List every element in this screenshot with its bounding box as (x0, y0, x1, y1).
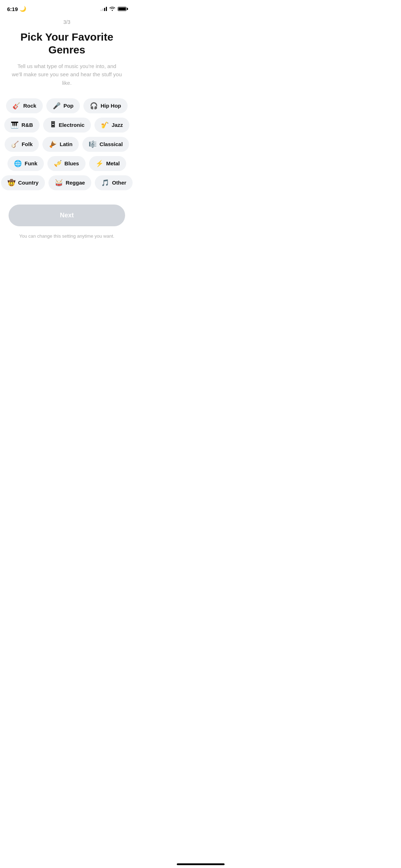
genre-pill-blues[interactable]: 🎺Blues (47, 156, 86, 171)
rock-icon: 🎸 (12, 102, 20, 110)
other-label: Other (112, 180, 126, 186)
moon-icon: 🌙 (20, 6, 26, 12)
genre-pill-hiphop[interactable]: 🎧Hip Hop (83, 98, 128, 113)
latin-label: Latin (60, 141, 72, 147)
page-subtitle: Tell us what type of music you're into, … (12, 62, 122, 87)
pop-icon: 🎤 (53, 102, 61, 110)
electronic-icon: 🎛 (50, 121, 56, 129)
step-indicator: 3/3 (63, 19, 70, 25)
folk-label: Folk (22, 141, 33, 147)
folk-icon: 🪕 (11, 140, 19, 148)
genre-row: 🪕Folk🪘Latin🎼Classical (9, 137, 125, 152)
status-icons (101, 6, 127, 12)
genre-pill-country[interactable]: 🤠Country (1, 175, 45, 190)
other-icon: 🎵 (101, 179, 109, 187)
rock-label: Rock (23, 103, 36, 109)
classical-icon: 🎼 (89, 140, 97, 148)
electronic-label: Electronic (59, 122, 85, 128)
genre-pill-other[interactable]: 🎵Other (95, 175, 133, 190)
hiphop-label: Hip Hop (101, 103, 121, 109)
funk-icon: 🌐 (14, 160, 22, 167)
page-title: Pick Your Favorite Genres (9, 31, 125, 56)
genre-row: 🤠Country🥁Reggae🎵Other (9, 175, 125, 190)
funk-label: Funk (25, 160, 37, 166)
next-button[interactable]: Next (9, 205, 125, 226)
genre-pill-reggae[interactable]: 🥁Reggae (48, 175, 91, 190)
classical-label: Classical (99, 141, 123, 147)
genre-pill-rock[interactable]: 🎸Rock (6, 98, 43, 113)
signal-bars (101, 7, 107, 11)
metal-icon: ⚡ (96, 160, 103, 167)
genre-pill-classical[interactable]: 🎼Classical (82, 137, 129, 152)
genre-grid: 🎸Rock🎤Pop🎧Hip Hop🎹R&B🎛Electronic🎷Jazz🪕Fo… (9, 98, 125, 190)
genre-pill-metal[interactable]: ⚡Metal (89, 156, 126, 171)
genre-row: 🎸Rock🎤Pop🎧Hip Hop (9, 98, 125, 113)
battery-icon (118, 7, 127, 11)
hiphop-icon: 🎧 (90, 102, 98, 110)
rnb-label: R&B (21, 122, 33, 128)
genre-pill-latin[interactable]: 🪘Latin (42, 137, 79, 152)
genre-pill-folk[interactable]: 🪕Folk (5, 137, 39, 152)
pop-label: Pop (63, 103, 73, 109)
reggae-label: Reggae (66, 180, 85, 186)
main-content: 3/3 Pick Your Favorite Genres Tell us wh… (0, 16, 134, 253)
metal-label: Metal (106, 160, 120, 166)
blues-icon: 🎺 (54, 160, 62, 167)
blues-label: Blues (65, 160, 79, 166)
status-time: 6:19 (7, 6, 18, 12)
rnb-icon: 🎹 (11, 121, 19, 129)
genre-row: 🎹R&B🎛Electronic🎷Jazz (9, 118, 125, 133)
country-icon: 🤠 (7, 179, 15, 187)
genre-pill-rnb[interactable]: 🎹R&B (4, 118, 40, 133)
jazz-icon: 🎷 (101, 121, 109, 129)
reggae-icon: 🥁 (55, 179, 63, 187)
latin-icon: 🪘 (49, 140, 57, 148)
wifi-icon (109, 6, 115, 12)
genre-row: 🌐Funk🎺Blues⚡Metal (9, 156, 125, 171)
genre-pill-pop[interactable]: 🎤Pop (46, 98, 80, 113)
genre-pill-electronic[interactable]: 🎛Electronic (43, 118, 91, 133)
genre-pill-jazz[interactable]: 🎷Jazz (94, 118, 129, 133)
footer-note: You can change this setting anytime you … (19, 233, 114, 239)
country-label: Country (18, 180, 39, 186)
status-bar: 6:19 🌙 (0, 0, 134, 16)
jazz-label: Jazz (112, 122, 123, 128)
genre-pill-funk[interactable]: 🌐Funk (7, 156, 44, 171)
